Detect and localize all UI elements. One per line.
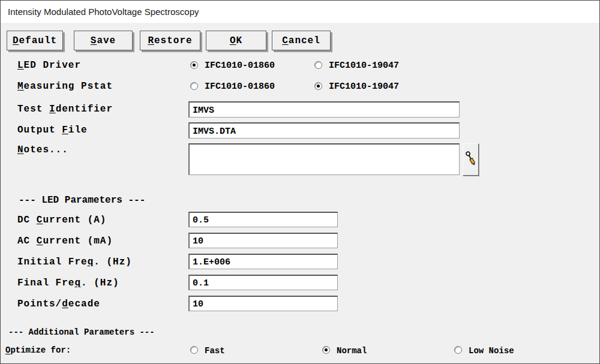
test-identifier-label: Test Identifier [17, 104, 113, 115]
optimize-for-option-label-fast[interactable]: Fast [205, 346, 225, 356]
led-driver-label: LED Driver [17, 60, 81, 71]
optimize-for-label: Optimize for: [5, 345, 71, 355]
measuring-pstat-radio-19047[interactable] [314, 82, 322, 90]
notes-textarea[interactable] [188, 143, 460, 175]
title-bar: Intensity Modulated PhotoVoltage Spectro… [1, 1, 599, 23]
cancel-button[interactable]: Cancel [272, 31, 331, 50]
led-parameters-section-header: --- LED Parameters --- [19, 195, 145, 206]
restore-button[interactable]: Restore [140, 31, 200, 50]
test-identifier-input[interactable] [188, 101, 460, 118]
dc-current-input[interactable] [188, 212, 338, 227]
output-file-label: Output File [17, 125, 88, 136]
measuring-pstat-option-label-19047[interactable]: IFC1010-19047 [329, 82, 399, 92]
additional-parameters-section-header: --- Additional Parameters --- [8, 327, 155, 337]
points-decade-label: Points/decade [17, 299, 100, 309]
save-button[interactable]: Save [74, 31, 133, 50]
ac-current-label: AC Current (mA) [17, 236, 113, 246]
points-decade-input[interactable] [188, 296, 338, 311]
screwdriver-icon [464, 150, 478, 170]
dialog-window: Intensity Modulated PhotoVoltage Spectro… [0, 0, 600, 364]
measuring-pstat-option-label-01860[interactable]: IFC1010-01860 [205, 82, 275, 92]
window-title: Intensity Modulated PhotoVoltage Spectro… [8, 7, 199, 17]
measuring-pstat-radio-01860[interactable] [190, 82, 198, 90]
ac-current-input[interactable] [188, 233, 338, 248]
led-driver-radio-01860[interactable] [190, 61, 198, 69]
optimize-for-radio-fast[interactable] [190, 346, 198, 354]
led-driver-option-label-19047[interactable]: IFC1010-19047 [329, 61, 399, 71]
initial-freq-input[interactable] [188, 254, 338, 269]
dc-current-label: DC Current (A) [17, 215, 106, 225]
ok-button[interactable]: OK [206, 31, 266, 50]
default-button[interactable]: Default [7, 31, 63, 50]
measuring-pstat-label: Measuring Pstat [17, 81, 113, 92]
notes-tool-button[interactable] [463, 143, 479, 176]
optimize-for-option-label-low-noise[interactable]: Low Noise [469, 346, 514, 356]
optimize-for-radio-normal[interactable] [322, 346, 330, 354]
initial-freq-label: Initial Freq. (Hz) [17, 257, 132, 267]
led-driver-option-label-01860[interactable]: IFC1010-01860 [205, 61, 275, 71]
final-freq-input[interactable] [188, 275, 338, 290]
led-driver-radio-19047[interactable] [314, 61, 322, 69]
notes-label: Notes... [17, 145, 68, 155]
optimize-for-option-label-normal[interactable]: Normal [337, 346, 367, 356]
optimize-for-radio-low-noise[interactable] [454, 346, 462, 354]
final-freq-label: Final Freq. (Hz) [17, 278, 119, 288]
output-file-input[interactable] [188, 122, 460, 139]
